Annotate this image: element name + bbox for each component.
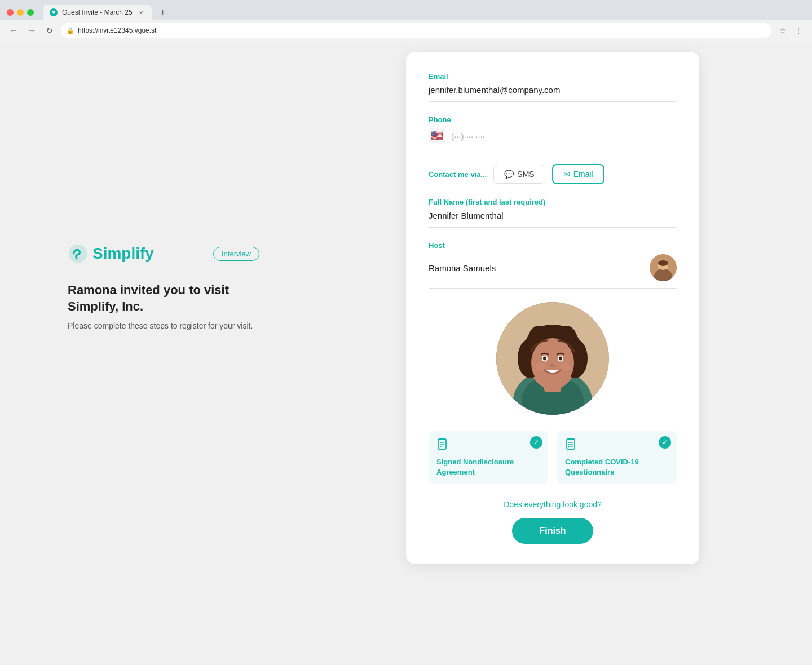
nda-label: Signed Nondisclosure Agreement <box>436 457 540 477</box>
logo-brand: Simplify <box>68 243 154 264</box>
phone-input[interactable]: (···) ··· ···· <box>451 131 485 141</box>
host-name: Ramona Samuels <box>429 263 496 273</box>
host-label: Host <box>429 241 677 250</box>
svg-point-24 <box>559 363 571 371</box>
finish-button[interactable]: Finish <box>512 518 593 544</box>
browser-titlebar: ❤ Guest Invite - March 25 ✕ + <box>0 0 812 20</box>
back-button[interactable]: ← <box>7 24 20 37</box>
host-field-group: Host Ramona Samuels <box>429 241 677 289</box>
svg-point-5 <box>658 260 668 266</box>
bookmark-button[interactable]: ☆ <box>776 24 789 37</box>
document-icon <box>436 438 540 454</box>
svg-rect-25 <box>438 439 446 449</box>
close-window-button[interactable] <box>7 9 14 16</box>
contact-method-row: Contact me via... 💬 SMS ✉ Email <box>429 164 677 184</box>
lock-icon: 🔒 <box>67 27 74 34</box>
fullname-label: Full Name (first and last required) <box>429 198 677 206</box>
tab-close-button[interactable]: ✕ <box>137 8 145 16</box>
fullname-value: Jennifer Blumenthal <box>429 211 677 228</box>
sms-button[interactable]: 💬 SMS <box>493 165 545 184</box>
invite-subtitle: Please complete these steps to register … <box>68 320 259 332</box>
fullname-field-group: Full Name (first and last required) Jenn… <box>429 198 677 228</box>
footer-question: Does everything look good? <box>429 500 677 509</box>
sms-label: SMS <box>517 170 534 179</box>
address-bar[interactable]: 🔒 https://invite12345.vgue.st <box>61 23 771 38</box>
email-button[interactable]: ✉ Email <box>552 164 604 184</box>
questionnaire-icon <box>565 438 669 454</box>
left-panel: Simplify Interview Ramona invited you to… <box>68 243 259 332</box>
us-flag-icon: 🇺🇸 <box>429 128 445 143</box>
menu-button[interactable]: ⋮ <box>792 24 805 37</box>
covid-check-badge: ✓ <box>659 436 671 449</box>
checklist-item-covid: Completed COVID-19 Questionnaire ✓ <box>557 431 677 484</box>
svg-rect-29 <box>567 439 575 449</box>
minimize-window-button[interactable] <box>17 9 24 16</box>
guest-photo <box>496 302 609 415</box>
phone-row: 🇺🇸 (···) ··· ···· <box>429 128 677 150</box>
svg-point-33 <box>568 446 569 447</box>
email-icon: ✉ <box>563 170 570 179</box>
host-avatar-image <box>650 254 677 281</box>
tab-title: Guest Invite - March 25 <box>62 8 133 16</box>
divider <box>68 273 259 273</box>
guest-photo-image <box>496 302 609 415</box>
email-label: Email <box>429 72 677 81</box>
new-tab-button[interactable]: + <box>156 6 170 19</box>
svg-point-31 <box>568 444 569 445</box>
traffic-lights <box>7 9 34 16</box>
page-content: Simplify Interview Ramona invited you to… <box>0 41 812 665</box>
svg-point-20 <box>543 357 546 361</box>
host-avatar <box>650 254 677 281</box>
interview-badge: Interview <box>213 247 259 261</box>
host-row: Ramona Samuels <box>429 254 677 289</box>
browser-chrome: ❤ Guest Invite - March 25 ✕ + ← → ↻ 🔒 ht… <box>0 0 812 41</box>
svg-point-0 <box>69 245 87 263</box>
sms-icon: 💬 <box>504 170 514 179</box>
checklist-item-nda: Signed Nondisclosure Agreement ✓ <box>429 431 548 484</box>
svg-point-21 <box>559 357 562 361</box>
toolbar-right: ☆ ⋮ <box>776 24 805 37</box>
url-text: https://invite12345.vgue.st <box>78 26 156 34</box>
main-card: Email jennifer.blumenthal@company.com Ph… <box>406 52 699 564</box>
browser-toolbar: ← → ↻ 🔒 https://invite12345.vgue.st ☆ ⋮ <box>0 20 812 41</box>
checklist: Signed Nondisclosure Agreement ✓ Complet… <box>429 431 677 484</box>
email-field-group: Email jennifer.blumenthal@company.com <box>429 72 677 102</box>
svg-point-23 <box>535 363 546 371</box>
email-value: jennifer.blumenthal@company.com <box>429 85 677 102</box>
contact-label: Contact me via... <box>429 170 487 179</box>
svg-point-22 <box>550 364 555 367</box>
nda-check-badge: ✓ <box>530 436 542 449</box>
tab-favicon: ❤ <box>50 8 58 16</box>
maximize-window-button[interactable] <box>27 9 34 16</box>
guest-photo-container <box>429 302 677 415</box>
simplify-logo-icon <box>68 243 88 264</box>
invite-title: Ramona invited you to visit Simplify, In… <box>68 282 259 314</box>
card-footer: Does everything look good? Finish <box>429 500 677 544</box>
email-btn-label: Email <box>573 170 593 179</box>
forward-button[interactable]: → <box>25 24 38 37</box>
browser-tab[interactable]: ❤ Guest Invite - March 25 ✕ <box>43 5 152 20</box>
phone-label: Phone <box>429 116 677 124</box>
logo-text: Simplify <box>92 245 154 263</box>
covid-label: Completed COVID-19 Questionnaire <box>565 457 669 477</box>
logo-area: Simplify Interview <box>68 243 259 264</box>
phone-field-group: Phone 🇺🇸 (···) ··· ···· <box>429 116 677 150</box>
reload-button[interactable]: ↻ <box>43 24 56 37</box>
svg-point-17 <box>531 338 574 388</box>
